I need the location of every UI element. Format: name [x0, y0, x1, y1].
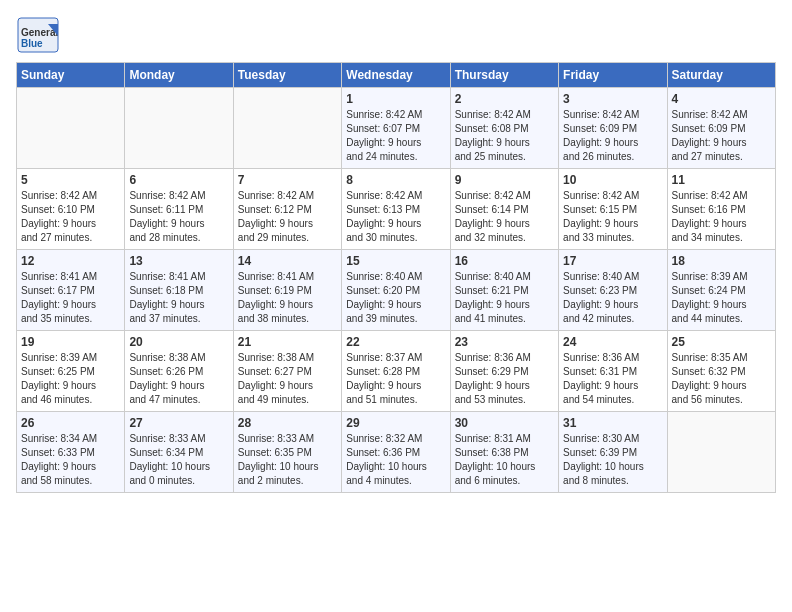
day-number: 20 [129, 335, 228, 349]
day-info: Sunrise: 8:32 AM Sunset: 6:36 PM Dayligh… [346, 432, 445, 488]
day-info: Sunrise: 8:42 AM Sunset: 6:09 PM Dayligh… [563, 108, 662, 164]
svg-text:Blue: Blue [21, 38, 43, 49]
day-info: Sunrise: 8:39 AM Sunset: 6:25 PM Dayligh… [21, 351, 120, 407]
day-number: 4 [672, 92, 771, 106]
day-info: Sunrise: 8:37 AM Sunset: 6:28 PM Dayligh… [346, 351, 445, 407]
day-number: 2 [455, 92, 554, 106]
calendar-cell: 18Sunrise: 8:39 AM Sunset: 6:24 PM Dayli… [667, 250, 775, 331]
calendar-cell: 5Sunrise: 8:42 AM Sunset: 6:10 PM Daylig… [17, 169, 125, 250]
day-info: Sunrise: 8:42 AM Sunset: 6:09 PM Dayligh… [672, 108, 771, 164]
logo: General Blue [16, 16, 60, 54]
day-info: Sunrise: 8:40 AM Sunset: 6:23 PM Dayligh… [563, 270, 662, 326]
weekday-header-wednesday: Wednesday [342, 63, 450, 88]
calendar-cell: 21Sunrise: 8:38 AM Sunset: 6:27 PM Dayli… [233, 331, 341, 412]
calendar-cell: 9Sunrise: 8:42 AM Sunset: 6:14 PM Daylig… [450, 169, 558, 250]
day-info: Sunrise: 8:36 AM Sunset: 6:29 PM Dayligh… [455, 351, 554, 407]
calendar-cell: 10Sunrise: 8:42 AM Sunset: 6:15 PM Dayli… [559, 169, 667, 250]
day-info: Sunrise: 8:42 AM Sunset: 6:14 PM Dayligh… [455, 189, 554, 245]
calendar-cell: 17Sunrise: 8:40 AM Sunset: 6:23 PM Dayli… [559, 250, 667, 331]
page-header: General Blue [16, 16, 776, 54]
calendar-cell: 16Sunrise: 8:40 AM Sunset: 6:21 PM Dayli… [450, 250, 558, 331]
day-number: 27 [129, 416, 228, 430]
weekday-header-thursday: Thursday [450, 63, 558, 88]
weekday-header-friday: Friday [559, 63, 667, 88]
calendar-cell [233, 88, 341, 169]
calendar-cell: 23Sunrise: 8:36 AM Sunset: 6:29 PM Dayli… [450, 331, 558, 412]
day-info: Sunrise: 8:40 AM Sunset: 6:20 PM Dayligh… [346, 270, 445, 326]
day-info: Sunrise: 8:42 AM Sunset: 6:15 PM Dayligh… [563, 189, 662, 245]
day-info: Sunrise: 8:41 AM Sunset: 6:17 PM Dayligh… [21, 270, 120, 326]
day-number: 3 [563, 92, 662, 106]
day-number: 31 [563, 416, 662, 430]
calendar-cell [17, 88, 125, 169]
day-number: 13 [129, 254, 228, 268]
day-number: 24 [563, 335, 662, 349]
day-number: 18 [672, 254, 771, 268]
day-info: Sunrise: 8:33 AM Sunset: 6:35 PM Dayligh… [238, 432, 337, 488]
weekday-header-tuesday: Tuesday [233, 63, 341, 88]
calendar-cell: 15Sunrise: 8:40 AM Sunset: 6:20 PM Dayli… [342, 250, 450, 331]
day-number: 21 [238, 335, 337, 349]
day-info: Sunrise: 8:30 AM Sunset: 6:39 PM Dayligh… [563, 432, 662, 488]
calendar-cell: 6Sunrise: 8:42 AM Sunset: 6:11 PM Daylig… [125, 169, 233, 250]
day-number: 9 [455, 173, 554, 187]
calendar-cell: 22Sunrise: 8:37 AM Sunset: 6:28 PM Dayli… [342, 331, 450, 412]
calendar-cell: 4Sunrise: 8:42 AM Sunset: 6:09 PM Daylig… [667, 88, 775, 169]
day-info: Sunrise: 8:42 AM Sunset: 6:07 PM Dayligh… [346, 108, 445, 164]
calendar-cell: 30Sunrise: 8:31 AM Sunset: 6:38 PM Dayli… [450, 412, 558, 493]
day-info: Sunrise: 8:42 AM Sunset: 6:12 PM Dayligh… [238, 189, 337, 245]
calendar-cell: 8Sunrise: 8:42 AM Sunset: 6:13 PM Daylig… [342, 169, 450, 250]
day-number: 25 [672, 335, 771, 349]
calendar-cell: 7Sunrise: 8:42 AM Sunset: 6:12 PM Daylig… [233, 169, 341, 250]
weekday-header-sunday: Sunday [17, 63, 125, 88]
calendar-cell: 1Sunrise: 8:42 AM Sunset: 6:07 PM Daylig… [342, 88, 450, 169]
calendar-cell: 13Sunrise: 8:41 AM Sunset: 6:18 PM Dayli… [125, 250, 233, 331]
calendar-cell: 25Sunrise: 8:35 AM Sunset: 6:32 PM Dayli… [667, 331, 775, 412]
day-info: Sunrise: 8:38 AM Sunset: 6:26 PM Dayligh… [129, 351, 228, 407]
day-number: 19 [21, 335, 120, 349]
day-number: 5 [21, 173, 120, 187]
day-number: 10 [563, 173, 662, 187]
calendar-cell: 12Sunrise: 8:41 AM Sunset: 6:17 PM Dayli… [17, 250, 125, 331]
day-info: Sunrise: 8:41 AM Sunset: 6:18 PM Dayligh… [129, 270, 228, 326]
calendar-cell: 27Sunrise: 8:33 AM Sunset: 6:34 PM Dayli… [125, 412, 233, 493]
day-number: 14 [238, 254, 337, 268]
day-info: Sunrise: 8:34 AM Sunset: 6:33 PM Dayligh… [21, 432, 120, 488]
day-number: 6 [129, 173, 228, 187]
day-number: 1 [346, 92, 445, 106]
day-number: 16 [455, 254, 554, 268]
calendar-cell: 11Sunrise: 8:42 AM Sunset: 6:16 PM Dayli… [667, 169, 775, 250]
day-info: Sunrise: 8:41 AM Sunset: 6:19 PM Dayligh… [238, 270, 337, 326]
day-number: 12 [21, 254, 120, 268]
day-info: Sunrise: 8:39 AM Sunset: 6:24 PM Dayligh… [672, 270, 771, 326]
day-info: Sunrise: 8:36 AM Sunset: 6:31 PM Dayligh… [563, 351, 662, 407]
day-info: Sunrise: 8:42 AM Sunset: 6:08 PM Dayligh… [455, 108, 554, 164]
calendar-cell: 29Sunrise: 8:32 AM Sunset: 6:36 PM Dayli… [342, 412, 450, 493]
weekday-header-monday: Monday [125, 63, 233, 88]
day-number: 11 [672, 173, 771, 187]
calendar-cell: 26Sunrise: 8:34 AM Sunset: 6:33 PM Dayli… [17, 412, 125, 493]
calendar-table: SundayMondayTuesdayWednesdayThursdayFrid… [16, 62, 776, 493]
day-number: 23 [455, 335, 554, 349]
calendar-cell: 3Sunrise: 8:42 AM Sunset: 6:09 PM Daylig… [559, 88, 667, 169]
calendar-cell: 24Sunrise: 8:36 AM Sunset: 6:31 PM Dayli… [559, 331, 667, 412]
day-number: 8 [346, 173, 445, 187]
calendar-cell: 31Sunrise: 8:30 AM Sunset: 6:39 PM Dayli… [559, 412, 667, 493]
day-info: Sunrise: 8:42 AM Sunset: 6:10 PM Dayligh… [21, 189, 120, 245]
day-number: 17 [563, 254, 662, 268]
day-info: Sunrise: 8:38 AM Sunset: 6:27 PM Dayligh… [238, 351, 337, 407]
day-number: 29 [346, 416, 445, 430]
calendar-cell: 20Sunrise: 8:38 AM Sunset: 6:26 PM Dayli… [125, 331, 233, 412]
day-info: Sunrise: 8:42 AM Sunset: 6:11 PM Dayligh… [129, 189, 228, 245]
day-info: Sunrise: 8:33 AM Sunset: 6:34 PM Dayligh… [129, 432, 228, 488]
calendar-cell: 28Sunrise: 8:33 AM Sunset: 6:35 PM Dayli… [233, 412, 341, 493]
day-number: 7 [238, 173, 337, 187]
day-number: 30 [455, 416, 554, 430]
day-number: 28 [238, 416, 337, 430]
day-info: Sunrise: 8:35 AM Sunset: 6:32 PM Dayligh… [672, 351, 771, 407]
day-info: Sunrise: 8:40 AM Sunset: 6:21 PM Dayligh… [455, 270, 554, 326]
calendar-cell: 14Sunrise: 8:41 AM Sunset: 6:19 PM Dayli… [233, 250, 341, 331]
calendar-cell: 19Sunrise: 8:39 AM Sunset: 6:25 PM Dayli… [17, 331, 125, 412]
logo-icon: General Blue [16, 16, 60, 54]
weekday-header-saturday: Saturday [667, 63, 775, 88]
